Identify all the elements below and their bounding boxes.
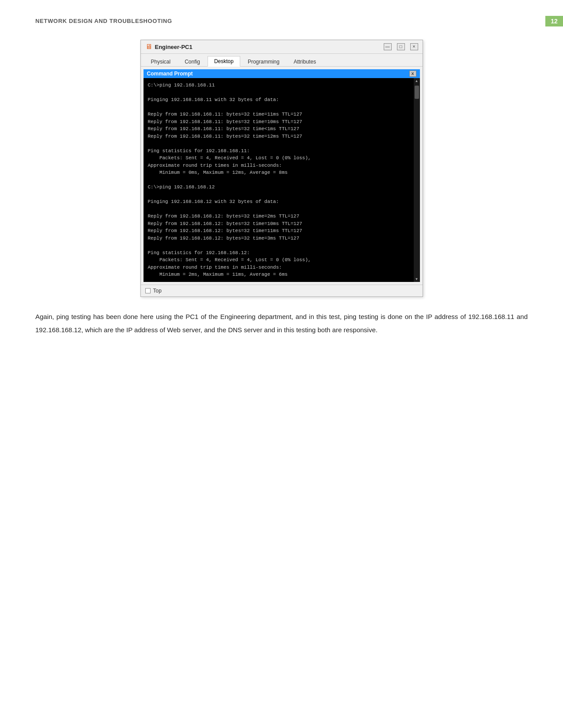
cmd-close-button[interactable]: X [409,71,416,77]
simulator-window: 🖥 Engineer-PC1 — □ × Physical Config Des… [140,40,423,297]
cmd-line: Reply from 192.168.168.12: bytes=32 time… [148,213,416,220]
body-paragraph: Again, ping testing has been done here u… [35,310,528,337]
cmd-line: Reply from 192.168.168.11: bytes=32 time… [148,133,416,140]
cmd-scrollbar[interactable]: ▲ ▼ [414,78,420,282]
cmd-line: C:\>ping 192.168.168.11 [148,82,416,89]
sim-tab-bar: Physical Config Desktop Programming Attr… [141,54,423,67]
scrollbar-thumb[interactable] [415,86,419,99]
cmd-line [148,242,416,249]
cmd-line: Reply from 192.168.168.11: bytes=32 time… [148,118,416,126]
cmd-line: Reply from 192.168.168.12: bytes=32 time… [148,235,416,242]
page-number: 12 [545,16,563,26]
cmd-line [148,89,416,97]
sim-title-icon: 🖥 [145,43,152,51]
sim-bottom-bar: Top [141,285,423,296]
sim-title-text: Engineer-PC1 [155,44,193,50]
cmd-line [148,191,416,199]
cmd-line [148,176,416,184]
tab-config[interactable]: Config [178,56,207,67]
cmd-line: Packets: Sent = 4, Received = 4, Lost = … [148,154,416,162]
cmd-line: Pinging 192.168.168.11 with 32 bytes of … [148,96,416,104]
close-button[interactable]: × [410,43,418,50]
cmd-wrapper: Command Prompt X C:\>ping 192.168.168.11… [141,67,423,285]
tab-attributes[interactable]: Attributes [287,56,323,67]
sim-titlebar-controls[interactable]: — □ × [384,43,418,50]
content-area: 🖥 Engineer-PC1 — □ × Physical Config Des… [35,40,528,345]
minimize-button[interactable]: — [384,43,392,50]
scrollbar-down-icon[interactable]: ▼ [415,276,419,282]
body-paragraphs: Again, ping testing has been done here u… [35,310,528,337]
cmd-titlebar: Command Prompt X [144,69,420,78]
tab-desktop[interactable]: Desktop [208,56,240,67]
cmd-body[interactable]: C:\>ping 192.168.168.11 Pinging 192.168.… [144,78,420,282]
sim-titlebar: 🖥 Engineer-PC1 — □ × [141,40,423,54]
scrollbar-up-icon[interactable]: ▲ [415,78,419,84]
top-checkbox[interactable] [145,288,151,293]
maximize-button[interactable]: □ [397,43,405,50]
cmd-line: Ping statistics for 192.168.168.11: [148,147,416,155]
cmd-line: Pinging 192.168.168.12 with 32 bytes of … [148,198,416,206]
cmd-line: Reply from 192.168.168.12: bytes=32 time… [148,220,416,228]
page-header: NETWORK DESIGN AND TROUBLESHOOTING [35,18,172,24]
cmd-output: C:\>ping 192.168.168.11 Pinging 192.168.… [148,82,416,278]
tab-physical[interactable]: Physical [144,56,178,67]
cmd-line: Approximate round trip times in milli-se… [148,162,416,169]
cmd-line: Reply from 192.168.168.12: bytes=32 time… [148,227,416,235]
cmd-line: Approximate round trip times in milli-se… [148,264,416,271]
cmd-line: Minimum = 0ms, Maximum = 12ms, Average =… [148,169,416,176]
cmd-line [148,140,416,147]
cmd-line [148,206,416,213]
cmd-line: Ping statistics for 192.168.168.12: [148,249,416,257]
cmd-line: Reply from 192.168.168.11: bytes=32 time… [148,111,416,118]
cmd-line: Reply from 192.168.168.11: bytes=32 time… [148,125,416,133]
cmd-line [148,104,416,111]
top-label: Top [153,288,162,294]
cmd-line: C:\>ping 192.168.168.12 [148,184,416,191]
cmd-line: Minimum = 2ms, Maximum = 11ms, Average =… [148,271,416,278]
sim-titlebar-left: 🖥 Engineer-PC1 [145,43,193,51]
cmd-line: Packets: Sent = 4, Received = 4, Lost = … [148,256,416,264]
cmd-title-text: Command Prompt [147,71,193,77]
tab-programming[interactable]: Programming [241,56,286,67]
